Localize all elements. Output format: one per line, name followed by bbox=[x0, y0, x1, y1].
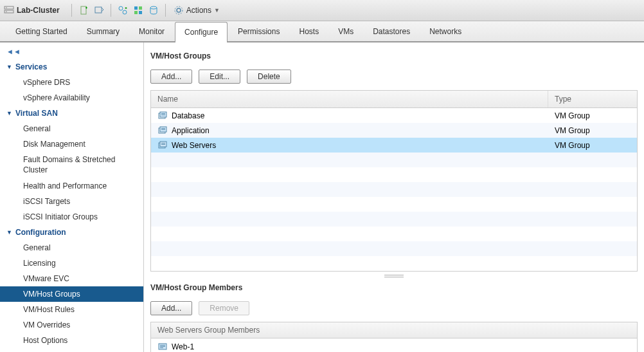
col-type-header[interactable]: Type bbox=[548, 91, 637, 107]
sidebar-section-virtual-san[interactable]: ▼Virtual SAN bbox=[0, 106, 143, 121]
actions-button[interactable]: Actions ▼ bbox=[174, 5, 220, 15]
collapse-sidebar-icon[interactable]: ◄◄ bbox=[0, 48, 143, 59]
groups-title: VM/Host Groups bbox=[150, 51, 638, 60]
table-row-empty bbox=[151, 197, 637, 212]
svg-point-7 bbox=[123, 10, 127, 14]
sidebar-item-health-and-performance[interactable]: Health and Performance bbox=[0, 178, 143, 194]
sidebar-item-vmware-evc[interactable]: VMware EVC bbox=[0, 271, 143, 286]
svg-point-13 bbox=[177, 8, 181, 12]
members-body: Web-1 bbox=[150, 338, 638, 352]
chevron-down-icon: ▼ bbox=[6, 229, 13, 236]
sidebar-item-vsphere-availability[interactable]: vSphere Availability bbox=[0, 90, 143, 106]
table-row-empty bbox=[151, 167, 637, 182]
groups-edit-button[interactable]: Edit... bbox=[199, 69, 240, 84]
sidebar-item-vm-host-groups[interactable]: VM/Host Groups bbox=[0, 286, 143, 302]
member-row[interactable]: Web-1 bbox=[151, 338, 637, 352]
cell-type: VM Group bbox=[548, 123, 637, 138]
groups-button-row: Add... Edit... Delete bbox=[150, 69, 638, 84]
toolbar: Lab-Cluster Actions ▼ bbox=[0, 0, 644, 21]
sidebar-item-iscsi-initiator-groups[interactable]: iSCSI Initiator Groups bbox=[0, 209, 143, 225]
tab-datastores[interactable]: Datastores bbox=[364, 22, 419, 41]
tab-vms[interactable]: VMs bbox=[329, 22, 362, 41]
row-name-text: Application bbox=[172, 126, 210, 135]
cluster-icon bbox=[4, 5, 14, 15]
svg-rect-1 bbox=[4, 10, 13, 13]
cell-name: Database bbox=[151, 108, 548, 123]
chevron-down-icon: ▼ bbox=[6, 64, 13, 70]
tab-hosts[interactable]: Hosts bbox=[290, 22, 328, 41]
sidebar-item-vm-overrides[interactable]: VM Overrides bbox=[0, 317, 143, 333]
sidebar-item-vsphere-drs[interactable]: vSphere DRS bbox=[0, 75, 143, 90]
add-host-icon[interactable] bbox=[78, 5, 89, 15]
table-row-empty bbox=[151, 153, 637, 167]
new-vapp-icon[interactable] bbox=[133, 5, 143, 15]
sidebar-section-label: Services bbox=[15, 62, 47, 71]
tab-permissions[interactable]: Permissions bbox=[229, 22, 289, 41]
svg-point-12 bbox=[150, 6, 157, 9]
svg-rect-9 bbox=[139, 6, 142, 10]
svg-rect-4 bbox=[81, 6, 86, 14]
cluster-name: Lab-Cluster bbox=[17, 6, 60, 15]
svg-rect-8 bbox=[134, 6, 138, 10]
sidebar-item-licensing[interactable]: Licensing bbox=[0, 255, 143, 271]
groups-grid: Name Type DatabaseVM GroupApplicationVM … bbox=[150, 90, 638, 272]
svg-rect-30 bbox=[160, 347, 163, 348]
content: VM/Host Groups Add... Edit... Delete Nam… bbox=[144, 42, 644, 352]
table-row-empty bbox=[151, 182, 637, 197]
row-name-text: Database bbox=[172, 111, 204, 120]
svg-rect-11 bbox=[139, 11, 142, 14]
new-vm-icon[interactable] bbox=[94, 5, 104, 15]
separator bbox=[71, 4, 72, 17]
table-row[interactable]: DatabaseVM Group bbox=[151, 108, 637, 123]
table-row[interactable]: ApplicationVM Group bbox=[151, 123, 637, 138]
sidebar-item-vm-host-rules[interactable]: VM/Host Rules bbox=[0, 302, 143, 317]
new-resource-pool-icon[interactable] bbox=[118, 5, 128, 15]
svg-point-14 bbox=[175, 6, 183, 14]
groups-delete-button[interactable]: Delete bbox=[247, 69, 291, 84]
new-datastore-icon[interactable] bbox=[148, 5, 159, 15]
svg-point-2 bbox=[6, 7, 7, 8]
svg-rect-29 bbox=[160, 346, 165, 347]
sidebar-section-services[interactable]: ▼Services bbox=[0, 59, 143, 75]
vm-icon bbox=[157, 342, 168, 352]
tab-monitor[interactable]: Monitor bbox=[130, 22, 174, 41]
member-name: Web-1 bbox=[172, 342, 194, 351]
svg-rect-25 bbox=[161, 143, 165, 144]
tab-configure[interactable]: Configure bbox=[175, 22, 228, 42]
splitter[interactable] bbox=[150, 272, 638, 281]
svg-rect-5 bbox=[95, 7, 102, 13]
vm-group-icon bbox=[157, 140, 168, 151]
vm-group-icon bbox=[157, 125, 168, 136]
table-row[interactable]: Web ServersVM Group bbox=[151, 138, 637, 153]
table-row-empty bbox=[151, 256, 637, 271]
row-name-text: Web Servers bbox=[172, 141, 216, 150]
tab-getting-started[interactable]: Getting Started bbox=[6, 22, 76, 41]
sidebar-item-general[interactable]: General bbox=[0, 121, 143, 136]
members-panel: VM/Host Group Members Add... Remove Web … bbox=[150, 283, 638, 352]
svg-rect-26 bbox=[161, 144, 165, 145]
sidebar-section-configuration[interactable]: ▼Configuration bbox=[0, 225, 143, 240]
sidebar-item-iscsi-targets[interactable]: iSCSI Targets bbox=[0, 194, 143, 209]
tab-networks[interactable]: Networks bbox=[420, 22, 470, 41]
sidebar-item-disk-management[interactable]: Disk Management bbox=[0, 136, 143, 152]
sidebar-item-fault-domains-stretched-cluster[interactable]: Fault Domains & Stretched Cluster bbox=[0, 152, 143, 178]
cell-type: VM Group bbox=[548, 108, 637, 123]
separator bbox=[111, 4, 111, 17]
svg-rect-22 bbox=[161, 129, 165, 130]
groups-grid-header: Name Type bbox=[151, 91, 637, 108]
members-remove-button[interactable]: Remove bbox=[199, 301, 249, 315]
sidebar-item-general[interactable]: General bbox=[0, 240, 143, 255]
table-row-empty bbox=[151, 212, 637, 227]
groups-add-button[interactable]: Add... bbox=[150, 69, 192, 84]
members-add-button[interactable]: Add... bbox=[150, 301, 192, 315]
members-button-row: Add... Remove bbox=[150, 301, 638, 315]
tab-summary[interactable]: Summary bbox=[78, 22, 129, 41]
sidebar: ◄◄ ▼ServicesvSphere DRSvSphere Availabil… bbox=[0, 42, 144, 352]
sidebar-item-host-options[interactable]: Host Options bbox=[0, 333, 143, 348]
gear-icon bbox=[174, 5, 184, 15]
col-name-header[interactable]: Name bbox=[151, 91, 548, 107]
vm-group-icon bbox=[157, 111, 168, 121]
chevron-down-icon: ▼ bbox=[214, 7, 220, 14]
members-header: Web Servers Group Members bbox=[150, 322, 638, 338]
sidebar-section-label: Configuration bbox=[15, 228, 66, 237]
